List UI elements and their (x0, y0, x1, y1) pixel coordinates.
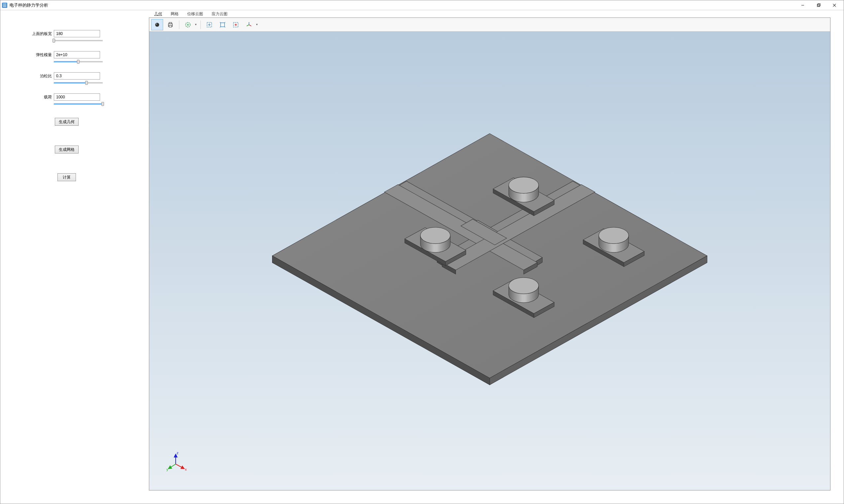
axis-z-label: z (177, 451, 179, 455)
viewport-toolbar: ▼ (149, 18, 830, 32)
slider-row (30, 61, 136, 62)
generate-mesh-button[interactable]: 生成网格 (55, 146, 78, 154)
tabs-row: 几何 网格 位移云图 应力云图 (149, 10, 830, 18)
zoom-extents-button[interactable] (217, 19, 229, 30)
view-default-dropdown[interactable]: ▼ (243, 19, 259, 30)
svg-rect-9 (169, 22, 172, 24)
svg-point-52 (509, 177, 539, 193)
axis-triad: z x y (166, 451, 188, 473)
slider-thumb[interactable] (77, 60, 80, 64)
minimize-button[interactable] (795, 1, 811, 10)
tab-geometry[interactable]: 几何 (153, 11, 163, 18)
svg-point-54 (599, 228, 629, 244)
svg-line-57 (176, 464, 184, 469)
content-area: 上面的板宽 弹性模量 泊松比 (0, 10, 844, 504)
main-panel: 几何 网格 位移云图 应力云图 (149, 10, 844, 504)
chevron-down-icon: ▼ (194, 23, 198, 26)
slider-row (30, 82, 136, 84)
param-label: 载荷 (30, 94, 54, 100)
svg-line-58 (169, 464, 176, 469)
slider-thumb[interactable] (85, 81, 88, 85)
param-row-load: 载荷 (30, 93, 136, 101)
toolbar-separator (179, 20, 179, 29)
plate-width-slider[interactable] (54, 40, 103, 41)
svg-rect-2 (817, 4, 820, 6)
app-window: 电子秤的静力学分析 上面的板宽 (0, 0, 844, 504)
viewport-3d[interactable]: z x y (149, 32, 830, 490)
window-controls (795, 1, 842, 10)
action-buttons: 生成几何 生成网格 计算 (30, 118, 136, 181)
param-label: 上面的板宽 (30, 31, 54, 37)
zoom-box-button[interactable] (204, 19, 215, 30)
viewport-container: ▼ (149, 18, 830, 490)
svg-point-7 (156, 23, 157, 25)
slider-row (30, 103, 136, 105)
titlebar: 电子秤的静力学分析 (0, 0, 844, 10)
load-slider[interactable] (54, 103, 103, 105)
axis-x-label: x (185, 467, 187, 471)
window-title: 电子秤的静力学分析 (10, 2, 795, 8)
poisson-input[interactable] (54, 72, 100, 79)
toolbar-separator (200, 20, 201, 29)
generate-geometry-button[interactable]: 生成几何 (55, 118, 78, 126)
svg-rect-3 (818, 4, 820, 6)
svg-line-20 (249, 25, 251, 26)
param-row-modulus: 弹性模量 (30, 51, 136, 58)
svg-line-21 (247, 25, 249, 26)
slider-row (30, 40, 136, 41)
tab-displacement[interactable]: 位移云图 (186, 11, 205, 18)
svg-rect-16 (221, 23, 225, 27)
plate-width-input[interactable] (54, 30, 100, 37)
axis-y-label: y (166, 467, 169, 471)
close-button[interactable] (826, 1, 842, 10)
tab-mesh[interactable]: 网格 (170, 11, 180, 18)
poisson-slider[interactable] (54, 82, 103, 84)
svg-point-55 (509, 277, 539, 294)
param-label: 弹性模量 (30, 52, 54, 58)
svg-point-53 (420, 228, 451, 244)
geometry-model (149, 32, 830, 490)
svg-rect-10 (169, 25, 172, 27)
param-row-poisson: 泊松比 (30, 72, 136, 79)
maximize-button[interactable] (811, 1, 826, 10)
transparency-dropdown[interactable]: ▼ (182, 19, 198, 30)
param-row-plate-width: 上面的板宽 (30, 30, 136, 37)
svg-point-12 (187, 24, 189, 26)
svg-point-18 (235, 24, 237, 26)
chevron-down-icon: ▼ (255, 23, 259, 26)
scene-light-button[interactable] (151, 19, 163, 30)
slider-thumb[interactable] (53, 39, 55, 42)
zoom-selected-button[interactable] (230, 19, 242, 30)
load-input[interactable] (54, 93, 100, 101)
modulus-slider[interactable] (54, 61, 103, 62)
slider-thumb[interactable] (101, 102, 104, 106)
modulus-input[interactable] (54, 51, 100, 58)
tab-stress[interactable]: 应力云图 (210, 11, 229, 18)
compute-button[interactable]: 计算 (57, 173, 76, 181)
app-icon (2, 2, 7, 8)
sidebar: 上面的板宽 弹性模量 泊松比 (0, 10, 149, 504)
param-label: 泊松比 (30, 73, 54, 79)
svg-point-6 (155, 23, 159, 27)
print-button[interactable] (164, 19, 176, 30)
